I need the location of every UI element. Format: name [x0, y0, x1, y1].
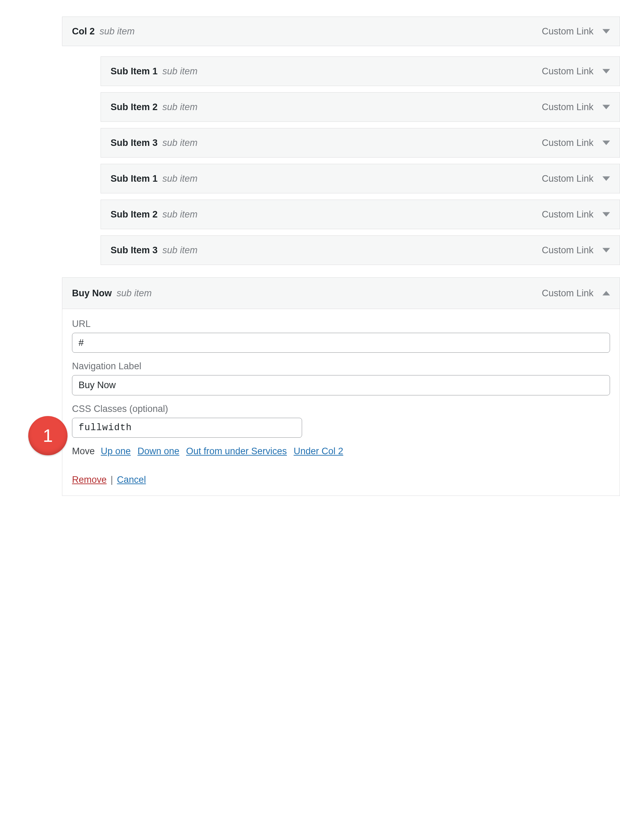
css-classes-input[interactable] [72, 418, 302, 438]
menu-item-right: Custom Link [542, 245, 610, 256]
svg-marker-0 [602, 29, 610, 34]
menu-item-title: Sub Item 2 [111, 209, 158, 220]
separator: | [111, 474, 113, 485]
menu-item-subtitle: sub item [163, 138, 198, 148]
move-up-one-link[interactable]: Up one [101, 446, 131, 456]
menu-item-type: Custom Link [542, 26, 593, 37]
svg-marker-1 [602, 69, 610, 74]
remove-link[interactable]: Remove [72, 474, 107, 485]
menu-item-title-group: Sub Item 2 sub item [111, 209, 198, 220]
move-out-link[interactable]: Out from under Services [186, 446, 287, 456]
menu-item-col-2[interactable]: Col 2 sub item Custom Link [62, 16, 620, 46]
menu-item-sub[interactable]: Sub Item 2 sub item Custom Link [101, 200, 620, 229]
navigation-label-input[interactable] [72, 375, 610, 395]
move-controls: Move Up one Down one Out from under Serv… [72, 446, 610, 457]
menu-item-subtitle: sub item [163, 173, 198, 184]
menu-item-title-group: Sub Item 3 sub item [111, 138, 198, 148]
cancel-link[interactable]: Cancel [117, 474, 146, 485]
move-down-one-link[interactable]: Down one [137, 446, 179, 456]
menu-item-type: Custom Link [542, 245, 593, 256]
menu-item-settings-panel: URL Navigation Label 1 CSS Classes (opti… [62, 309, 620, 496]
menu-item-sub[interactable]: Sub Item 2 sub item Custom Link [101, 92, 620, 122]
menu-item-right: Custom Link [542, 138, 610, 148]
menu-item-title: Buy Now [72, 288, 112, 299]
menu-item-type: Custom Link [542, 138, 593, 148]
caret-down-icon[interactable] [602, 105, 610, 110]
menu-item-title: Col 2 [72, 26, 95, 37]
menu-item-subtitle: sub item [163, 245, 198, 256]
menu-item-right: Custom Link [542, 26, 610, 37]
move-under-link[interactable]: Under Col 2 [293, 446, 343, 456]
menu-item-right: Custom Link [542, 288, 610, 299]
menu-item-title: Sub Item 2 [111, 102, 158, 112]
menu-item-right: Custom Link [542, 102, 610, 112]
caret-down-icon[interactable] [602, 140, 610, 145]
menu-item-subtitle: sub item [117, 288, 152, 299]
caret-down-icon[interactable] [602, 248, 610, 253]
menu-item-title-group: Buy Now sub item [72, 288, 152, 299]
menu-item-subtitle: sub item [99, 26, 135, 37]
menu-item-type: Custom Link [542, 66, 593, 77]
caret-down-icon[interactable] [602, 212, 610, 217]
menu-item-type: Custom Link [542, 209, 593, 220]
url-label: URL [72, 319, 610, 329]
css-classes-label: CSS Classes (optional) [72, 404, 610, 414]
move-label: Move [72, 446, 95, 456]
menu-item-subtitle: sub item [163, 66, 198, 77]
menu-item-sub[interactable]: Sub Item 1 sub item Custom Link [101, 56, 620, 86]
menu-item-right: Custom Link [542, 209, 610, 220]
menu-item-right: Custom Link [542, 173, 610, 184]
item-actions: Remove | Cancel [72, 474, 610, 485]
menu-item-type: Custom Link [542, 102, 593, 112]
menu-item-title-group: Sub Item 2 sub item [111, 102, 198, 112]
menu-item-title: Sub Item 3 [111, 245, 158, 256]
menu-item-subtitle: sub item [163, 209, 198, 220]
menu-item-right: Custom Link [542, 66, 610, 77]
menu-item-title: Sub Item 3 [111, 138, 158, 148]
caret-down-icon[interactable] [602, 176, 610, 181]
menu-item-buy-now-header[interactable]: Buy Now sub item Custom Link [62, 278, 620, 309]
annotation-marker-1: 1 [28, 416, 68, 455]
caret-down-icon[interactable] [602, 69, 610, 74]
menu-item-subtitle: sub item [163, 102, 198, 112]
svg-marker-7 [602, 291, 610, 296]
menu-item-sub[interactable]: Sub Item 3 sub item Custom Link [101, 236, 620, 265]
menu-item-title: Sub Item 1 [111, 173, 158, 184]
navigation-label-label: Navigation Label [72, 361, 610, 372]
svg-marker-2 [602, 105, 610, 110]
menu-item-title-group: Sub Item 3 sub item [111, 245, 198, 256]
svg-marker-5 [602, 212, 610, 217]
menu-item-type: Custom Link [542, 288, 593, 299]
svg-marker-6 [602, 248, 610, 253]
svg-marker-3 [602, 141, 610, 145]
menu-item-title: Sub Item 1 [111, 66, 158, 77]
svg-marker-4 [602, 177, 610, 181]
url-input[interactable] [72, 333, 610, 353]
caret-down-icon[interactable] [602, 29, 610, 34]
menu-item-type: Custom Link [542, 173, 593, 184]
menu-item-title-group: Sub Item 1 sub item [111, 173, 198, 184]
menu-item-title-group: Sub Item 1 sub item [111, 66, 198, 77]
menu-item-sub[interactable]: Sub Item 1 sub item Custom Link [101, 164, 620, 194]
caret-up-icon[interactable] [602, 291, 610, 296]
menu-item-title-group: Col 2 sub item [72, 26, 135, 37]
menu-item-sub[interactable]: Sub Item 3 sub item Custom Link [101, 128, 620, 158]
